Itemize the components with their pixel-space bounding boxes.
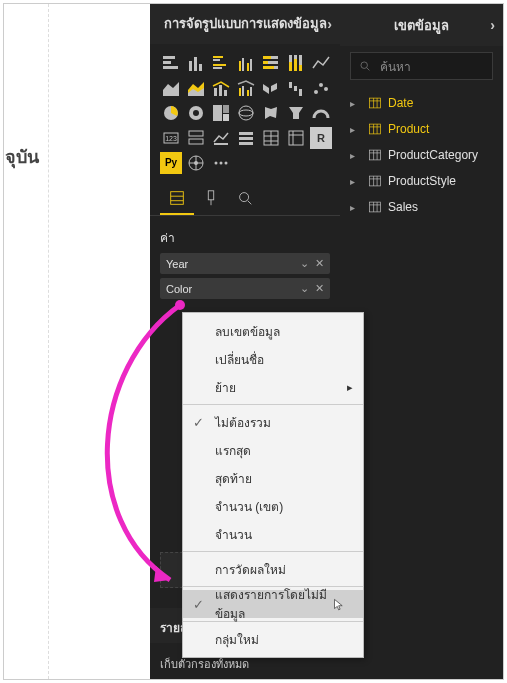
search-icon xyxy=(359,60,372,73)
menu-dont-summarize[interactable]: ✓ไม่ต้องรวม xyxy=(183,408,363,436)
r-visual-icon[interactable]: R xyxy=(310,127,332,149)
svg-rect-1 xyxy=(163,61,171,64)
svg-rect-2 xyxy=(163,66,178,69)
menu-new-measure[interactable]: การวัดผลใหม่ xyxy=(183,555,363,583)
svg-rect-9 xyxy=(213,67,222,69)
submenu-arrow-icon: ▸ xyxy=(347,381,353,394)
stacked-column-icon[interactable] xyxy=(185,52,207,74)
python-visual-icon[interactable]: Py xyxy=(160,152,182,174)
pie-chart-icon[interactable] xyxy=(160,102,182,124)
canvas-area: จจุบัน lor e d e d d xyxy=(4,4,150,679)
svg-rect-13 xyxy=(250,59,252,71)
viz-panel-header[interactable]: การจัดรูปแบบการแสดงข้อมูล › xyxy=(150,4,340,44)
svg-rect-73 xyxy=(171,191,184,204)
table-icon[interactable] xyxy=(260,127,282,149)
stacked-bar-icon[interactable] xyxy=(160,52,182,74)
stacked-bar-100-icon[interactable] xyxy=(260,52,282,74)
svg-rect-38 xyxy=(299,89,302,96)
matrix-icon[interactable] xyxy=(285,127,307,149)
funnel-icon[interactable] xyxy=(285,102,307,124)
menu-rename[interactable]: เปลี่ยนชื่อ xyxy=(183,345,363,373)
multi-row-card-icon[interactable] xyxy=(185,127,207,149)
values-label: ค่า xyxy=(150,216,340,253)
svg-rect-82 xyxy=(369,98,380,108)
more-visuals-icon[interactable] xyxy=(210,152,232,174)
filled-map-icon[interactable] xyxy=(260,102,282,124)
svg-rect-94 xyxy=(369,176,380,186)
stacked-column-100-icon[interactable] xyxy=(285,52,307,74)
svg-point-71 xyxy=(220,161,223,164)
kpi-icon[interactable] xyxy=(210,127,232,149)
menu-new-group[interactable]: กลุ่มใหม่ xyxy=(183,625,363,653)
table-item-productstyle[interactable]: ▸ProductStyle xyxy=(346,168,497,194)
svg-rect-15 xyxy=(263,56,271,59)
svg-rect-45 xyxy=(213,105,222,121)
menu-show-items-no-data[interactable]: ✓ แสดงรายการโดยไม่มีข้อมูล xyxy=(183,590,363,618)
table-icon xyxy=(368,148,382,162)
table-item-sales[interactable]: ▸Sales xyxy=(346,194,497,220)
slicer-icon[interactable] xyxy=(235,127,257,149)
table-icon xyxy=(368,122,382,136)
chevron-down-icon[interactable]: ⌄ xyxy=(300,257,309,270)
svg-rect-86 xyxy=(369,124,380,134)
table-item-date[interactable]: ▸Date xyxy=(346,90,497,116)
svg-marker-26 xyxy=(163,82,179,96)
visual-rows-partial: lor e d e d d xyxy=(4,184,14,304)
expand-icon: ▸ xyxy=(350,150,360,161)
table-list: ▸Date ▸Product ▸ProductCategory ▸Product… xyxy=(340,86,503,224)
analytics-tab[interactable] xyxy=(228,182,262,215)
fields-tab[interactable] xyxy=(160,182,194,215)
svg-line-81 xyxy=(367,67,370,70)
svg-rect-46 xyxy=(223,105,229,113)
format-tab[interactable] xyxy=(194,182,228,215)
svg-rect-63 xyxy=(289,131,303,145)
svg-point-80 xyxy=(361,61,368,67)
ribbon-chart-icon[interactable] xyxy=(260,77,282,99)
svg-point-49 xyxy=(239,110,253,116)
line-chart-icon[interactable] xyxy=(310,52,332,74)
line-clustered-column-icon[interactable] xyxy=(235,77,257,99)
menu-first[interactable]: แรกสุด xyxy=(183,436,363,464)
svg-rect-0 xyxy=(163,56,175,59)
fields-panel-title: เขตข้อมูล xyxy=(394,15,449,36)
field-context-menu: ลบเขตข้อมูล เปลี่ยนชื่อ ย้าย▸ ✓ไม่ต้องรว… xyxy=(182,312,364,658)
menu-separator xyxy=(183,551,363,552)
search-input[interactable]: ค้นหา xyxy=(350,52,493,80)
svg-point-44 xyxy=(193,110,199,116)
gauge-icon[interactable] xyxy=(310,102,332,124)
waterfall-icon[interactable] xyxy=(285,77,307,99)
field-well-color[interactable]: Color ⌄✕ xyxy=(160,278,330,299)
svg-rect-56 xyxy=(239,132,253,135)
chevron-down-icon[interactable]: ⌄ xyxy=(300,282,309,295)
svg-rect-33 xyxy=(242,86,244,96)
clustered-column-icon[interactable] xyxy=(235,52,257,74)
svg-point-70 xyxy=(215,161,218,164)
fields-panel-header[interactable]: เขตข้อมูล › xyxy=(340,4,503,46)
clustered-bar-icon[interactable] xyxy=(210,52,232,74)
menu-move[interactable]: ย้าย▸ xyxy=(183,373,363,401)
area-chart-icon[interactable] xyxy=(160,77,182,99)
menu-last[interactable]: สุดท้าย xyxy=(183,464,363,492)
stacked-area-icon[interactable] xyxy=(185,77,207,99)
remove-field-icon[interactable]: ✕ xyxy=(315,282,324,295)
line-stacked-column-icon[interactable] xyxy=(210,77,232,99)
svg-rect-23 xyxy=(294,59,297,71)
field-well-year[interactable]: Year ⌄✕ xyxy=(160,253,330,274)
donut-chart-icon[interactable] xyxy=(185,102,207,124)
menu-separator xyxy=(183,404,363,405)
map-icon[interactable] xyxy=(235,102,257,124)
table-icon xyxy=(368,174,382,188)
svg-rect-3 xyxy=(189,61,192,71)
menu-count[interactable]: จำนวน xyxy=(183,520,363,548)
key-influencers-icon[interactable] xyxy=(185,152,207,174)
menu-remove-field[interactable]: ลบเขตข้อมูล xyxy=(183,317,363,345)
svg-rect-53 xyxy=(189,131,203,136)
card-icon[interactable]: 123 xyxy=(160,127,182,149)
scatter-icon[interactable] xyxy=(310,77,332,99)
menu-count-distinct[interactable]: จำนวน (เขต) xyxy=(183,492,363,520)
remove-field-icon[interactable]: ✕ xyxy=(315,257,324,270)
table-item-product[interactable]: ▸Product xyxy=(346,116,497,142)
table-item-productcategory[interactable]: ▸ProductCategory xyxy=(346,142,497,168)
treemap-icon[interactable] xyxy=(210,102,232,124)
svg-rect-10 xyxy=(239,61,241,71)
